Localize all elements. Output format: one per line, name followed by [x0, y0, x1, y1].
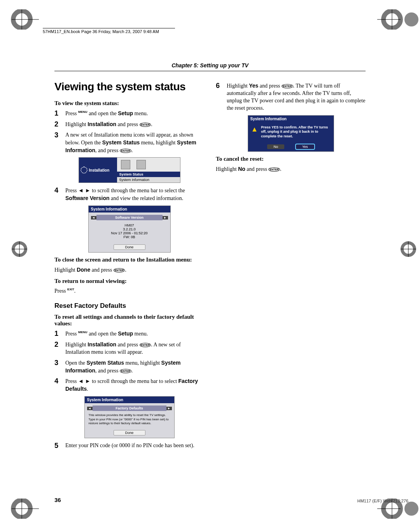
ss-body-text: This window provides the ability to rese…	[87, 411, 172, 428]
section-head: To view the system status:	[54, 100, 204, 107]
left-right-arrows-icon: ◄ ►	[78, 187, 91, 193]
step-number: 6	[216, 82, 227, 90]
reset-step-1: 1 Press MENU and open the Setup menu.	[54, 330, 204, 338]
ss-tab: Factory Defaults	[93, 406, 166, 411]
ss-done-button: Done	[114, 430, 145, 435]
done-label: Done	[77, 267, 90, 273]
software-version-label: Software Version	[65, 195, 110, 201]
enter-key-icon: ENTER	[140, 343, 151, 347]
setup-label: Setup	[118, 110, 133, 116]
text: Press	[65, 111, 78, 116]
text: .	[280, 166, 282, 172]
ss-yes-button: Yes	[296, 144, 314, 149]
yes-label: Yes	[249, 83, 258, 89]
print-mark-icon	[4, 9, 39, 30]
menu-key-icon: MENU	[78, 330, 88, 334]
menu-icon	[136, 160, 146, 169]
reset-step-5: 5 Enter your PIN code (or 0000 if no PIN…	[54, 442, 204, 450]
book-note: 57HM117_EN.book Page 36 Friday, March 23…	[43, 28, 175, 34]
step-number: 1	[54, 110, 65, 118]
reset-step-3: 3 Open the System Status menu, highlight…	[54, 359, 204, 375]
text: to scroll through the menu bar to select…	[91, 188, 185, 193]
reset-step-4: 4 Press ◄ ► to scroll through the menu b…	[54, 378, 204, 393]
ss-arrow-left-icon: ◄	[87, 407, 93, 410]
screenshot-installation-menu: Installation System Status System Inform…	[79, 157, 180, 183]
text: and open the	[88, 331, 118, 337]
step-number: 1	[54, 330, 65, 338]
screenshot-confirm-reset: System Information ▲ Press YES to confir…	[248, 115, 334, 152]
screenshot-factory-defaults: System Information ◄Factory Defaults► Th…	[84, 396, 175, 438]
ss-line: 3.2.21.0	[94, 227, 165, 231]
system-status-label: System Status	[86, 360, 124, 366]
step-number: 2	[54, 121, 65, 128]
ss-arrow-left-icon: ◄	[91, 216, 96, 219]
ss-icon-row	[117, 158, 180, 172]
step-1: 1 Press MENU and open the Setup menu.	[54, 110, 204, 118]
section-head: To return to normal viewing:	[54, 278, 204, 284]
enter-key-icon: ENTER	[282, 84, 293, 88]
text: and press	[258, 83, 282, 89]
text: menu, highlight	[140, 140, 177, 146]
text: .	[74, 288, 76, 294]
section-head: To close the screen and return to the In…	[54, 256, 204, 263]
installation-label: Installation	[88, 121, 116, 127]
step-number: 3	[54, 132, 65, 139]
warning-icon: ▲	[251, 125, 258, 139]
enter-key-icon: ENTER	[120, 369, 131, 373]
footer-note: HM117 (E/F) Web 213:276	[357, 499, 408, 503]
system-status-label: System Status	[102, 139, 140, 146]
text: Highlight	[216, 166, 238, 172]
installation-label: Installation	[88, 341, 116, 348]
ss-line: Nov 17 2006 - 01:52:20	[94, 231, 165, 235]
chapter-rule	[54, 71, 366, 71]
text: Highlight	[54, 267, 77, 273]
text: .	[131, 147, 133, 153]
text: Press	[65, 331, 78, 337]
text: Open the	[65, 360, 86, 366]
text: menu.	[133, 111, 148, 116]
enter-key-icon: ENTER	[120, 149, 131, 153]
text: .	[151, 121, 152, 127]
enter-key-icon: ENTER	[114, 268, 125, 272]
ss-warning-text: Press YES to confirm. After the TV turns…	[261, 125, 330, 139]
step-6: 6 Highlight Yes and press ENTER. The TV …	[216, 82, 366, 112]
ss-no-button: No	[267, 144, 284, 149]
step-4: 4 Press ◄ ► to scroll through the menu b…	[54, 187, 204, 202]
text: .	[125, 267, 126, 273]
step-2: 2 Highlight Installation and press ENTER…	[54, 121, 204, 128]
gear-icon	[80, 167, 88, 174]
text: and press	[90, 267, 114, 273]
paragraph: Highlight No and press ENTER.	[216, 165, 366, 173]
text: and open the	[88, 111, 118, 116]
enter-key-icon: ENTER	[140, 123, 151, 127]
step-number: 2	[54, 341, 65, 349]
svg-point-4	[404, 12, 418, 26]
exit-key-icon: EXIT	[67, 288, 74, 291]
print-mark-icon	[401, 241, 416, 257]
ss-line: HM07	[94, 223, 165, 227]
text: Press	[54, 288, 67, 294]
setup-label: Setup	[118, 330, 133, 337]
chapter-heading: Chapter 5: Setting up your TV	[54, 62, 366, 68]
text: .	[131, 368, 133, 374]
no-label: No	[238, 166, 245, 172]
ss-selected: System Status	[117, 172, 180, 177]
page-number: 36	[54, 497, 61, 503]
text: Highlight	[65, 342, 88, 348]
step-3: 3 A new set of Installation menu icons w…	[54, 132, 204, 155]
text: Press	[65, 378, 78, 384]
paragraph: Press EXIT.	[54, 288, 204, 295]
menu-key-icon: MENU	[78, 110, 88, 114]
text: menu, highlight	[124, 360, 161, 366]
print-mark-icon	[377, 9, 420, 30]
text: to scroll through the menu bar to select	[91, 378, 178, 384]
section-head: To reset all settings and channels to th…	[54, 314, 204, 327]
text: and press	[116, 121, 140, 127]
subheading: Reset Factory Defaults	[54, 302, 204, 310]
ss-arrow-right-icon: ►	[166, 407, 172, 410]
text: Highlight	[227, 83, 249, 89]
text: , and press	[95, 368, 120, 374]
ss-done-button: Done	[114, 244, 145, 250]
text: Highlight	[65, 121, 88, 127]
step-number: 4	[54, 187, 65, 195]
